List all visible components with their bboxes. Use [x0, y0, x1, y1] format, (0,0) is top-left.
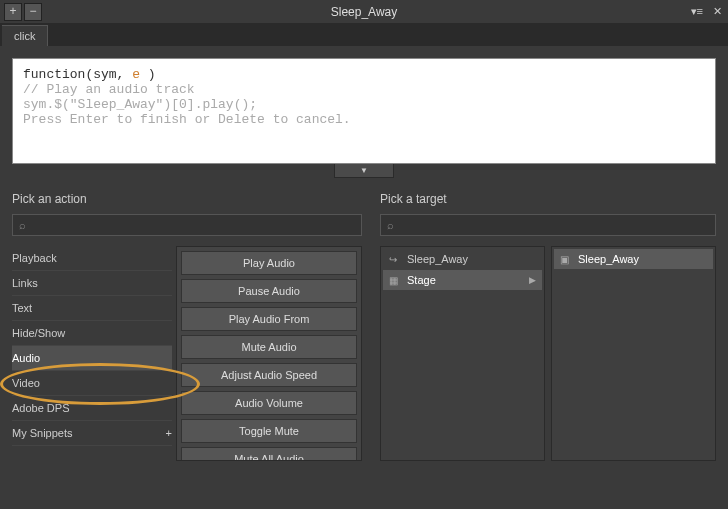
- target-label: Sleep_Away: [578, 253, 639, 265]
- target-col-elements: ▣ Sleep_Away: [551, 246, 716, 461]
- action-play-audio[interactable]: Play Audio: [181, 251, 357, 275]
- category-video[interactable]: Video: [12, 371, 172, 396]
- chevron-right-icon: ▶: [529, 275, 536, 285]
- window-title: Sleep_Away: [331, 5, 398, 19]
- action-adjust-speed[interactable]: Adjust Audio Speed: [181, 363, 357, 387]
- code-text: function(sym,: [23, 67, 132, 82]
- menu-icon[interactable]: ▾≡: [691, 5, 703, 18]
- category-playback[interactable]: Playback: [12, 246, 172, 271]
- action-toggle-mute[interactable]: Toggle Mute: [181, 419, 357, 443]
- search-icon: ⌕: [19, 219, 26, 231]
- code-comment: // Play an audio track: [23, 82, 705, 97]
- target-stage[interactable]: ▦ Stage ▶: [383, 270, 542, 290]
- target-element-sleep-away[interactable]: ▣ Sleep_Away: [554, 249, 713, 269]
- tab-bar: click: [0, 24, 728, 46]
- category-mysnippets[interactable]: My Snippets +: [12, 421, 172, 446]
- category-list: Playback Links Text Hide/Show Audio Vide…: [12, 246, 172, 461]
- action-pause-audio[interactable]: Pause Audio: [181, 279, 357, 303]
- add-button[interactable]: +: [4, 3, 22, 21]
- category-adobedps[interactable]: Adobe DPS: [12, 396, 172, 421]
- category-text[interactable]: Text: [12, 296, 172, 321]
- action-play-audio-from[interactable]: Play Audio From: [181, 307, 357, 331]
- target-label: Stage: [407, 274, 436, 286]
- target-label: Sleep_Away: [407, 253, 468, 265]
- category-links[interactable]: Links: [12, 271, 172, 296]
- search-icon: ⌕: [387, 219, 394, 231]
- action-search-input[interactable]: ⌕: [12, 214, 362, 236]
- category-audio[interactable]: Audio: [12, 346, 172, 371]
- event-tab-click[interactable]: click: [2, 25, 48, 46]
- action-heading: Pick an action: [12, 192, 362, 206]
- code-param: e: [132, 67, 140, 82]
- code-text: ): [140, 67, 156, 82]
- action-audio-volume[interactable]: Audio Volume: [181, 391, 357, 415]
- remove-button[interactable]: −: [24, 3, 42, 21]
- code-line: sym.$("Sleep_Away")[0].play();: [23, 97, 705, 112]
- target-sleep-away[interactable]: ↪ Sleep_Away: [383, 249, 542, 269]
- target-col-symbols: ↪ Sleep_Away ▦ Stage ▶: [380, 246, 545, 461]
- action-mute-all[interactable]: Mute All Audio: [181, 447, 357, 461]
- action-list: Play Audio Pause Audio Play Audio From M…: [176, 246, 362, 461]
- code-editor[interactable]: function(sym, e ) // Play an audio track…: [12, 58, 716, 164]
- target-search-input[interactable]: ⌕: [380, 214, 716, 236]
- element-icon: ▣: [560, 254, 572, 265]
- target-heading: Pick a target: [380, 192, 716, 206]
- code-hint: Press Enter to finish or Delete to cance…: [23, 112, 705, 127]
- add-snippet-icon[interactable]: +: [166, 427, 172, 439]
- close-icon[interactable]: ✕: [713, 5, 722, 18]
- titlebar: + − Sleep_Away ▾≡ ✕: [0, 0, 728, 24]
- symbol-icon: ↪: [389, 254, 401, 265]
- stage-icon: ▦: [389, 275, 401, 286]
- action-mute-audio[interactable]: Mute Audio: [181, 335, 357, 359]
- collapse-toggle[interactable]: ▼: [334, 164, 394, 178]
- category-hideshow[interactable]: Hide/Show: [12, 321, 172, 346]
